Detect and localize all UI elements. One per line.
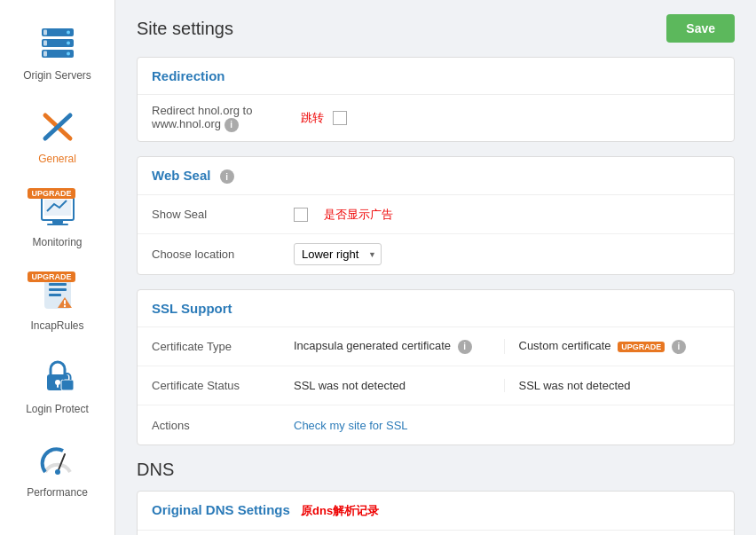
- sidebar-item-performance[interactable]: Performance: [0, 426, 114, 509]
- cert-status-incapsula: SSL was not detected: [294, 379, 495, 392]
- save-button[interactable]: Save: [666, 14, 735, 43]
- redirection-header: Redirection: [138, 58, 734, 95]
- svg-point-6: [67, 31, 70, 35]
- redirect-info-icon[interactable]: i: [224, 118, 239, 132]
- check-ssl-col: Check my site for SSL: [294, 419, 495, 432]
- actions-label: Actions: [152, 419, 294, 432]
- redirection-title: Redirection: [152, 68, 720, 83]
- sidebar-item-login-protect[interactable]: Login Protect: [0, 342, 114, 426]
- svg-rect-18: [49, 294, 61, 296]
- svg-rect-20: [64, 300, 66, 304]
- ssl-title: SSL Support: [152, 301, 720, 316]
- svg-point-21: [63, 305, 65, 307]
- actions-value: Check my site for SSL: [294, 419, 720, 432]
- actions-row: Actions Check my site for SSL: [138, 405, 734, 445]
- upgrade-badge-ssl: UPGRADE: [618, 342, 665, 352]
- server-icon: [35, 20, 81, 66]
- ssl-body: Certificate Type Incapsula generated cer…: [138, 327, 734, 445]
- sidebar-item-general[interactable]: General: [0, 92, 114, 176]
- redirection-card: Redirection Redirect hnol.org to www.hno…: [137, 57, 735, 142]
- page-title: Site settings: [137, 19, 233, 39]
- page-header: Site settings Save: [137, 14, 735, 43]
- monitoring-icon: UPGRADE: [35, 186, 81, 232]
- web-seal-info-icon[interactable]: i: [220, 169, 234, 184]
- dns-row: www.hnol.org CNAME 97864232c0f7699d.dnsp…: [138, 531, 734, 535]
- svg-rect-3: [43, 41, 47, 46]
- dns-original-header: Original DNS Settings 原dns解析记录: [138, 492, 734, 531]
- main-content: Site settings Save Redirection Redirect …: [115, 0, 756, 535]
- location-select[interactable]: Lower right Lower left Upper right Upper…: [294, 243, 382, 265]
- incaprules-icon: UPGRADE: [35, 270, 81, 316]
- web-seal-body: Show Seal 是否显示广告 Choose location Lower r…: [138, 195, 734, 274]
- sidebar-item-label: Performance: [27, 486, 88, 499]
- cert-type-value: Incapsula generated certificate i Custom…: [294, 339, 720, 354]
- svg-rect-16: [49, 283, 67, 286]
- svg-rect-14: [47, 224, 68, 225]
- location-select-wrap: Lower right Lower left Upper right Upper…: [294, 243, 382, 265]
- svg-rect-12: [44, 200, 71, 216]
- svg-point-7: [67, 42, 70, 45]
- svg-point-8: [67, 52, 70, 56]
- svg-rect-1: [43, 30, 47, 35]
- show-seal-checkbox[interactable]: [294, 208, 308, 222]
- sidebar-item-origin-servers[interactable]: Origin Servers: [0, 9, 114, 92]
- sidebar-item-label: Monitoring: [32, 236, 82, 248]
- login-protect-icon: [35, 353, 81, 399]
- choose-location-label: Choose location: [152, 248, 294, 261]
- svg-rect-17: [49, 288, 67, 291]
- cert-status-label: Certificate Status: [152, 379, 294, 392]
- show-seal-row: Show Seal 是否显示广告: [138, 195, 734, 234]
- dns-original-title: Original DNS Settings 原dns解析记录: [152, 502, 720, 519]
- upgrade-badge-rules: UPGRADE: [28, 271, 75, 282]
- choose-location-row: Choose location Lower right Lower left U…: [138, 234, 734, 274]
- general-icon: [35, 103, 81, 149]
- svg-rect-24: [57, 384, 59, 388]
- svg-rect-5: [43, 51, 47, 57]
- svg-rect-13: [52, 220, 63, 224]
- cert-type-label: Certificate Type: [152, 340, 294, 353]
- dns-section-title: DNS: [137, 460, 735, 480]
- cert-incapsula-info-icon[interactable]: i: [458, 340, 472, 354]
- cdn-icon: [35, 520, 81, 535]
- cert-status-value: SSL was not detected SSL was not detecte…: [294, 379, 720, 392]
- sidebar-item-monitoring[interactable]: UPGRADE Monitoring: [0, 176, 114, 259]
- cert-custom-info-icon[interactable]: i: [672, 340, 686, 354]
- web-seal-header: Web Seal i: [138, 157, 734, 196]
- cert-status-row: Certificate Status SSL was not detected …: [138, 366, 734, 405]
- sidebar-item-label: Origin Servers: [23, 69, 91, 82]
- sidebar-item-label: General: [38, 153, 76, 165]
- redirect-row: Redirect hnol.org to www.hnol.org i 跳转: [138, 95, 734, 141]
- show-seal-value: 是否显示广告: [294, 207, 720, 223]
- redirect-value: 跳转: [294, 110, 720, 126]
- redirect-annotation: 跳转: [301, 110, 324, 126]
- dns-annotation: 原dns解析记录: [301, 504, 379, 517]
- cert-type-row: Certificate Type Incapsula generated cer…: [138, 327, 734, 366]
- performance-icon: [35, 437, 81, 483]
- dns-card: Original DNS Settings 原dns解析记录 www.hnol.…: [137, 491, 735, 535]
- sidebar-item-label: Login Protect: [26, 403, 89, 415]
- web-seal-title: Web Seal i: [152, 168, 720, 185]
- dns-body: www.hnol.org CNAME 97864232c0f7699d.dnsp…: [138, 531, 734, 535]
- cert-incapsula-col: Incapsula generated certificate i: [294, 339, 495, 354]
- show-seal-annotation: 是否显示广告: [324, 207, 393, 223]
- sidebar-item-label: IncapRules: [30, 319, 83, 332]
- svg-rect-25: [61, 380, 74, 390]
- upgrade-badge: UPGRADE: [28, 188, 75, 199]
- ssl-header: SSL Support: [138, 290, 734, 327]
- choose-location-value: Lower right Lower left Upper right Upper…: [294, 243, 720, 265]
- ssl-support-card: SSL Support Certificate Type Incapsula g…: [137, 289, 735, 445]
- cert-status-custom: SSL was not detected: [504, 379, 721, 392]
- web-seal-card: Web Seal i Show Seal 是否显示广告 Choose locat…: [137, 156, 735, 276]
- cert-custom-col: Custom certificate UPGRADE i: [504, 339, 721, 354]
- redirect-checkbox[interactable]: [333, 111, 347, 125]
- show-seal-label: Show Seal: [152, 208, 294, 221]
- check-ssl-link[interactable]: Check my site for SSL: [294, 419, 408, 432]
- redirect-label: Redirect hnol.org to www.hnol.org i: [152, 104, 294, 132]
- svg-point-27: [55, 469, 60, 475]
- sidebar-item-cdn[interactable]: [0, 509, 114, 535]
- sidebar: Origin Servers General UPGRADE Monitorin…: [0, 0, 115, 535]
- redirection-body: Redirect hnol.org to www.hnol.org i 跳转: [138, 95, 734, 141]
- sidebar-item-incap-rules[interactable]: UPGRADE IncapRules: [0, 259, 114, 342]
